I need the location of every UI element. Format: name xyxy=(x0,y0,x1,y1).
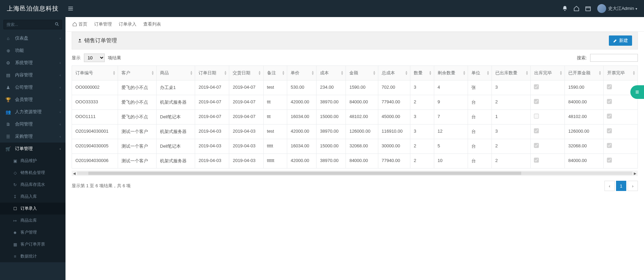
cell-remain: 4 xyxy=(434,80,468,95)
crumb-home[interactable]: 首页 xyxy=(72,21,87,27)
col-label: 已开票金额 xyxy=(568,70,590,75)
pager-prev[interactable]: ‹ xyxy=(604,181,615,191)
cell-invamt: 48102.00 xyxy=(565,110,603,124)
sidebar-subitem-0[interactable]: ▣商品维护 xyxy=(0,155,65,167)
crumb-1[interactable]: 订单管理 xyxy=(94,21,112,27)
cell-od: 2019-04-07 xyxy=(195,80,229,95)
invdone-checkbox xyxy=(607,143,612,148)
cell-id: O201904030005 xyxy=(72,139,118,154)
table-search-input[interactable] xyxy=(590,54,638,62)
col-label: 成本 xyxy=(320,70,329,75)
cell-dd: 2019-04-07 xyxy=(229,95,263,110)
chevron-left-icon: ‹ xyxy=(60,122,61,126)
out-icon: ↦ xyxy=(12,218,18,223)
cell-tcost: 77940.00 xyxy=(378,154,410,168)
sidebar-subitem-6[interactable]: ☻客户管理 xyxy=(0,226,65,238)
col-12[interactable]: 单位▲▼ xyxy=(468,66,492,80)
col-15[interactable]: 已开票金额▲▼ xyxy=(565,66,603,80)
col-7[interactable]: 成本▲▼ xyxy=(317,66,346,80)
show-label-right: 项结果 xyxy=(108,55,121,60)
cell-id: OOO1111 xyxy=(72,110,118,124)
page-size-select[interactable]: 10 xyxy=(84,54,105,62)
cell-id: O201904030006 xyxy=(72,154,118,168)
cell-price: 42000.00 xyxy=(287,154,317,168)
pager-next[interactable]: › xyxy=(628,181,638,191)
sidebar-subitem-label: 订单录入 xyxy=(20,206,37,211)
sidebar-subitem-3[interactable]: ↧商品入库 xyxy=(0,191,65,203)
sidebar-item-1[interactable]: ⊕功能 xyxy=(0,44,65,57)
col-6[interactable]: 单价▲▼ xyxy=(287,66,317,80)
cell-invamt: 84000.00 xyxy=(565,95,603,110)
table-row[interactable]: O201904030005测试一个客户Dell笔记本2019-04-032019… xyxy=(72,139,638,154)
sort-icon: ▲▼ xyxy=(632,71,635,75)
cart-icon: 🛒 xyxy=(5,146,12,151)
sidebar-item-3[interactable]: ▤内容管理‹ xyxy=(0,69,65,81)
sort-icon: ▲▼ xyxy=(429,71,432,75)
floating-action-button[interactable]: ≡ xyxy=(630,85,644,99)
sidebar-subitem-5[interactable]: ↦商品出库 xyxy=(0,215,65,226)
cell-outqty: 1 xyxy=(492,110,531,124)
col-0[interactable]: 订单编号▲▼ xyxy=(72,66,118,80)
col-label: 数量 xyxy=(414,70,423,75)
horizontal-scrollbar[interactable]: ◀ ▶ xyxy=(72,171,638,176)
sidebar-item-5[interactable]: 🏆会员管理‹ xyxy=(0,93,65,106)
table-row[interactable]: OOO33333爱飞的小不点机架式服务器2019-04-072019-04-07… xyxy=(72,95,638,110)
bell-icon[interactable] xyxy=(559,5,571,12)
sidebar-item-0[interactable]: ⌂仪表盘‹ xyxy=(0,32,65,44)
cell-remain: 5 xyxy=(434,139,468,154)
cell-outdone xyxy=(531,80,565,95)
table-row[interactable]: O201904030006测试一个客户机架式服务器2019-04-032019-… xyxy=(72,154,638,168)
col-2[interactable]: 商品▲▼ xyxy=(157,66,195,80)
cell-unit: 台 xyxy=(468,95,492,110)
col-4[interactable]: 交货日期▲▼ xyxy=(229,66,263,80)
sidebar-item-4[interactable]: ♟公司管理‹ xyxy=(0,81,65,93)
sidebar-subitem-1[interactable]: ◇销售机会管理 xyxy=(0,167,65,179)
col-14[interactable]: 出库完毕▲▼ xyxy=(531,66,565,80)
cell-outdone xyxy=(531,139,565,154)
col-13[interactable]: 已出库数量▲▼ xyxy=(492,66,531,80)
col-1[interactable]: 客户▲▼ xyxy=(118,66,156,80)
sidebar-item-7[interactable]: 🗎合同管理‹ xyxy=(0,118,65,130)
sidebar-subitem-2[interactable]: ↻商品库存流水 xyxy=(0,179,65,191)
scroll-right-icon[interactable]: ▶ xyxy=(632,172,638,175)
col-8[interactable]: 金额▲▼ xyxy=(346,66,378,80)
breadcrumb: 首页订单管理订单录入查看列表 xyxy=(65,17,644,32)
cell-qty: 2 xyxy=(410,95,434,110)
trophy-icon: 🏆 xyxy=(5,97,12,102)
col-3[interactable]: 订单日期▲▼ xyxy=(195,66,229,80)
col-9[interactable]: 总成本▲▼ xyxy=(378,66,410,80)
user-menu[interactable]: 史大江Admin ▾ xyxy=(594,4,637,13)
calendar-icon[interactable] xyxy=(582,5,594,12)
svg-point-1 xyxy=(55,23,58,25)
table-row[interactable]: OOO1111爱飞的小不点Dell笔记本2019-04-072019-04-07… xyxy=(72,110,638,124)
pager-page-1[interactable]: 1 xyxy=(616,181,626,191)
sidebar-item-2[interactable]: ⚙系统管理‹ xyxy=(0,57,65,69)
table-row[interactable]: OO0000002爱飞的小不点办工桌12019-04-072019-04-07t… xyxy=(72,80,638,95)
menu-toggle-icon[interactable] xyxy=(65,5,76,12)
sidebar-subitem-8[interactable]: ≡数据统计 xyxy=(0,250,65,262)
avatar xyxy=(597,4,606,13)
cell-id: O201904030001 xyxy=(72,124,118,139)
col-11[interactable]: 剩余数量▲▼ xyxy=(434,66,468,80)
home-icon[interactable] xyxy=(571,5,582,12)
cell-cost: 38970.00 xyxy=(317,95,346,110)
scroll-left-icon[interactable]: ◀ xyxy=(72,172,77,175)
new-button[interactable]: 新建 xyxy=(609,35,632,46)
sort-icon: ▲▼ xyxy=(151,71,154,75)
cell-amt: 1590.00 xyxy=(346,80,378,95)
col-10[interactable]: 数量▲▼ xyxy=(410,66,434,80)
cell-outqty: 3 xyxy=(492,124,531,139)
table-row[interactable]: O201904030001测试一个客户机架式服务器2019-04-032019-… xyxy=(72,124,638,139)
sidebar-search-input[interactable] xyxy=(3,20,62,29)
sidebar-item-8[interactable]: ☰采购管理‹ xyxy=(0,130,65,143)
sidebar-item-6[interactable]: 👥人力资源管理‹ xyxy=(0,106,65,118)
cell-memo: ttttt xyxy=(263,139,287,154)
cell-amt: 84000.00 xyxy=(346,154,378,168)
sidebar-subitem-7[interactable]: ▦客户订单开票 xyxy=(0,238,65,250)
sidebar-subitem-4[interactable]: ☐订单录入 xyxy=(0,203,65,215)
cell-invdone xyxy=(604,154,638,168)
crumb-2[interactable]: 订单录入 xyxy=(119,21,136,27)
col-16[interactable]: 开票完毕▲▼ xyxy=(604,66,638,80)
col-5[interactable]: 备注▲▼ xyxy=(263,66,287,80)
sidebar-item-9[interactable]: 🛒订单管理‹ xyxy=(0,143,65,155)
